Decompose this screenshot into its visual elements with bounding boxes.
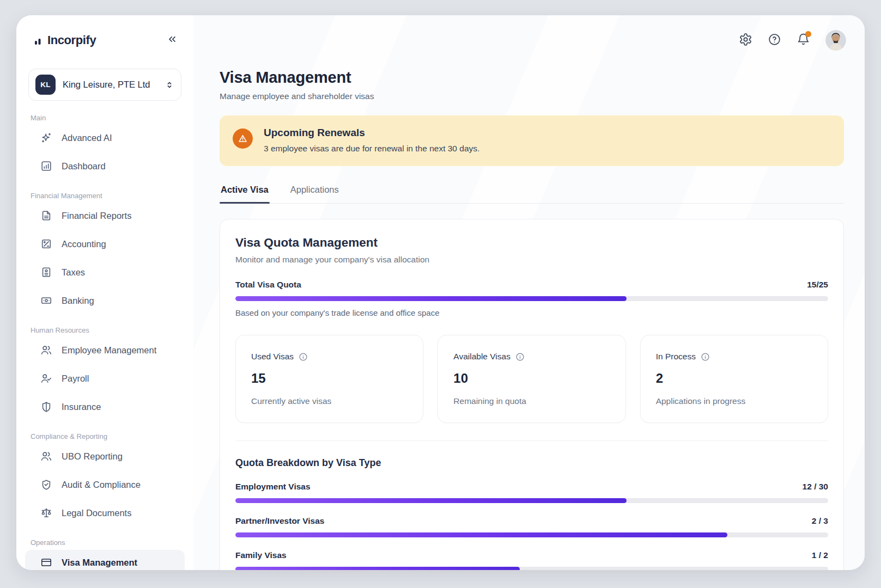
stat-description: Applications in progress [656,396,812,406]
quota-stats: Used Visas 15 Currently active visas [235,335,828,423]
bar-chart-square-icon [40,160,52,172]
info-icon[interactable] [515,352,525,362]
stat-value: 10 [453,371,610,386]
nav-section-operations: Operations [31,538,185,547]
company-avatar: KL [35,75,56,95]
breakdown-label: Family Visas [235,550,287,560]
card-title: Visa Quota Management [235,236,828,250]
breakdown-row-family: Family Visas 1 / 2 [235,550,828,570]
chevrons-up-down-icon [165,80,174,90]
stat-label: Available Visas [453,352,511,362]
sidebar-item-audit-compliance[interactable]: Audit & Compliance [25,472,185,497]
sidebar-item-ubo-reporting[interactable]: UBO Reporting [25,444,185,469]
breakdown-value: 12 / 30 [803,482,828,492]
sidebar-item-legal-documents[interactable]: Legal Documents [25,500,185,525]
app-window: Incorpify KL King Leisure, PTE Ltd Main [16,15,865,570]
company-name: King Leisure, PTE Ltd [63,79,157,90]
sidebar-item-taxes[interactable]: Taxes [25,260,185,285]
sidebar-item-label: Advanced AI [62,133,112,143]
tax-receipt-icon [40,266,52,278]
warning-triangle-icon [233,128,253,149]
sidebar-item-payroll[interactable]: Payroll [25,366,185,391]
page-title: Visa Management [220,69,844,87]
sidebar-item-visa-management[interactable]: Visa Management [25,550,185,570]
calculator-icon [40,238,52,250]
sidebar-item-label: Accounting [62,239,106,249]
breakdown-progressbar [235,532,828,537]
sidebar-item-advanced-ai[interactable]: Advanced AI [25,125,185,150]
banknote-icon [40,295,52,307]
stat-label: Used Visas [251,352,294,362]
sidebar-item-label: Insurance [62,402,101,412]
shield-check-icon [40,479,52,491]
gear-icon [739,33,752,48]
notification-dot [805,31,811,37]
stat-description: Remaining in quota [453,396,610,406]
banner-text: Upcoming Renewals 3 employee visas are d… [264,127,479,154]
total-quota-value: 15/25 [807,280,828,290]
total-quota-caption: Based on your company's trade license an… [235,308,828,317]
page-subtitle: Manage employee and shareholder visas [220,91,844,101]
sidebar-collapse-button[interactable] [163,31,181,50]
total-quota-label: Total Visa Quota [235,280,301,290]
sidebar-item-employee-management[interactable]: Employee Management [25,338,185,363]
stat-value: 2 [656,371,812,386]
sidebar-item-label: Dashboard [62,161,106,171]
nav-section-hr: Human Resources [31,326,185,334]
logo-bars-icon [34,34,46,47]
logo-text: Incorpify [47,33,96,47]
tab-active-visa[interactable]: Active Visa [220,179,270,203]
breakdown-progressbar [235,498,828,503]
sidebar: Incorpify KL King Leisure, PTE Ltd Main [16,15,193,570]
tab-bar: Active Visa Applications [220,179,844,204]
settings-button[interactable] [739,33,752,48]
sidebar-item-label: Banking [62,296,94,306]
total-quota-row: Total Visa Quota 15/25 [235,280,828,290]
id-card-icon [40,556,52,568]
sidebar-item-dashboard[interactable]: Dashboard [25,154,185,179]
topbar [193,15,865,65]
breakdown-progress-fill [235,498,627,503]
sidebar-item-label: Employee Management [62,345,156,356]
nav-section-compliance: Compliance & Reporting [31,432,185,440]
sidebar-item-label: Legal Documents [62,508,131,518]
tab-applications[interactable]: Applications [289,179,340,203]
breakdown-label: Employment Visas [235,482,311,492]
sidebar-item-financial-reports[interactable]: Financial Reports [25,203,185,228]
scale-icon [40,507,52,519]
shield-icon [40,401,52,413]
visa-quota-card: Visa Quota Management Monitor and manage… [220,219,844,570]
breakdown-row-partner-investor: Partner/Investor Visas 2 / 3 [235,516,828,537]
sidebar-item-label: Visa Management [62,558,137,568]
upcoming-renewals-banner: Upcoming Renewals 3 employee visas are d… [220,115,844,166]
logo-row: Incorpify [25,26,185,54]
breakdown-label: Partner/Investor Visas [235,516,324,526]
banner-title: Upcoming Renewals [264,127,479,139]
file-text-icon [40,210,52,222]
breakdown-title: Quota Breakdown by Visa Type [235,457,828,469]
breakdown-progress-fill [235,532,727,537]
help-button[interactable] [768,33,781,48]
info-icon[interactable] [299,352,308,362]
section-divider [235,440,828,441]
sidebar-item-label: Taxes [62,267,85,278]
sidebar-item-accounting[interactable]: Accounting [25,231,185,256]
stat-label: In Process [656,352,696,362]
sidebar-item-insurance[interactable]: Insurance [25,394,185,419]
users-icon [40,450,52,462]
user-avatar[interactable] [825,30,846,51]
company-selector[interactable]: KL King Leisure, PTE Ltd [28,69,181,101]
chevrons-left-icon [167,34,178,47]
stat-card-in-process: In Process 2 Applications in progress [640,335,828,423]
notifications-button[interactable] [797,33,810,48]
sparkles-icon [40,132,52,144]
info-icon[interactable] [701,352,710,362]
stat-value: 15 [251,371,408,386]
breakdown-progress-fill [235,567,520,570]
nav-section-financial: Financial Management [31,192,185,200]
stat-card-used-visas: Used Visas 15 Currently active visas [235,335,423,423]
users-icon [40,344,52,356]
breakdown-row-employment: Employment Visas 12 / 30 [235,482,828,503]
nav-section-main: Main [31,114,185,122]
sidebar-item-banking[interactable]: Banking [25,288,185,313]
